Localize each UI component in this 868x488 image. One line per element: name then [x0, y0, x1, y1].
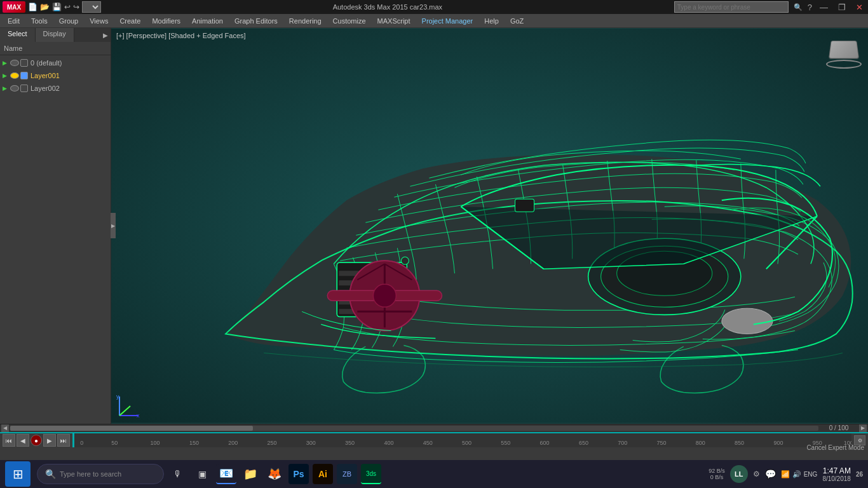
ruler-mark-700: 700 [618, 440, 627, 446]
network-speed: 92 B/s 0 B/s [709, 468, 725, 480]
help-icon[interactable]: ? [808, 3, 812, 12]
ruler-mark-800: 800 [696, 440, 705, 446]
titlebar: MAX 📄 📂 💾 ↩ ↪ Workspace: Default Autodes… [0, 0, 868, 14]
viewport-nav-cube[interactable] [825, 33, 863, 71]
taskbar-illustrator-app[interactable]: Ai [313, 464, 333, 484]
taskbar-firefox-app[interactable]: 🦊 [264, 464, 285, 484]
menu-maxscript[interactable]: MAXScript [372, 14, 416, 27]
taskbar-search[interactable]: 🔍 Type here to search [37, 464, 164, 484]
cancel-expert-mode-button[interactable]: Cancel Expert Mode [806, 444, 864, 451]
sidebar-tabs: Select Display ▶ [0, 28, 111, 42]
layer-list: ▶ 0 (default) ▶ Layer001 ▶ Lay [0, 55, 111, 424]
menu-graph-editors[interactable]: Graph Editors [229, 14, 283, 27]
nav-cube[interactable] [825, 33, 863, 71]
ruler-mark-200: 200 [228, 440, 238, 446]
cortana-button[interactable]: 🎙 [168, 464, 188, 484]
tab-select[interactable]: Select [0, 28, 36, 42]
network-icon[interactable]: 📶 [781, 470, 790, 478]
settings-icon[interactable]: ⚙ [753, 470, 760, 478]
maximize-button[interactable]: ❐ [836, 3, 848, 12]
viewport-scrollbar: ◀ 0 / 100 ▶ [0, 424, 868, 433]
menu-edit[interactable]: Edit [3, 14, 25, 27]
play-button[interactable]: ▶ [43, 434, 56, 447]
taskbar-mail-app[interactable]: 📧 [216, 464, 236, 484]
layer-name: Layer002 [31, 85, 60, 92]
menu-create[interactable]: Create [114, 14, 146, 27]
windows-icon: ⊞ [13, 466, 24, 482]
layer-expand-icon: ▶ [3, 85, 9, 92]
start-button[interactable]: ⊞ [5, 461, 31, 487]
menu-project-manager[interactable]: Project Manager [417, 14, 478, 27]
layer-name: 0 (default) [31, 59, 62, 67]
language-indicator[interactable]: ENG [804, 471, 818, 478]
frame-ruler[interactable]: 0 50 100 150 200 250 300 350 400 450 500… [72, 433, 851, 447]
quick-access-icons[interactable]: 📄 📂 💾 ↩ ↪ [28, 3, 79, 11]
car-wireframe [111, 28, 868, 424]
menu-animation[interactable]: Animation [187, 14, 228, 27]
search-input[interactable] [674, 1, 789, 13]
ruler-mark-300: 300 [306, 440, 316, 446]
ruler-mark-500: 500 [462, 440, 471, 446]
scroll-right-button[interactable]: ▶ [859, 424, 867, 432]
minimize-button[interactable]: — [817, 3, 831, 12]
layer-visibility-icon[interactable] [10, 85, 19, 92]
notification-count[interactable]: 26 [856, 471, 863, 478]
viewport-label: [+] [Perspective] [Shaded + Edged Faces] [116, 32, 246, 39]
menu-modifiers[interactable]: Modifiers [147, 14, 186, 27]
svg-text:y: y [116, 393, 119, 400]
sidebar-collapse-icon[interactable]: ▶ [100, 28, 111, 42]
ruler-mark-550: 550 [501, 440, 510, 446]
menu-tools[interactable]: Tools [26, 14, 53, 27]
layer-expand-icon: ▶ [3, 72, 9, 79]
titlebar-title: Autodesk 3ds Max 2015 car23.max [101, 3, 674, 11]
titlebar-right: 🔍 ? — ❐ ✕ [674, 1, 865, 13]
menu-help[interactable]: Help [479, 14, 504, 27]
list-item[interactable]: ▶ 0 (default) [0, 57, 111, 69]
search-icon[interactable]: 🔍 [794, 3, 803, 11]
ruler-mark-350: 350 [345, 440, 355, 446]
sidebar-header: Name [0, 42, 111, 55]
ruler-mark-600: 600 [540, 440, 550, 446]
scroll-left-button[interactable]: ◀ [1, 424, 9, 432]
menu-customize[interactable]: Customize [328, 14, 371, 27]
taskbar-photoshop-app[interactable]: Ps [288, 464, 309, 484]
layer-box-icon [20, 59, 28, 67]
layer-visibility-icon[interactable] [10, 72, 19, 79]
menu-views[interactable]: Views [85, 14, 113, 27]
volume-icon[interactable]: 🔊 [792, 470, 801, 478]
go-to-end-button[interactable]: ⏭ [57, 434, 70, 447]
svg-point-21 [722, 308, 773, 334]
tab-display[interactable]: Display [36, 28, 74, 42]
viewport[interactable]: [+] [Perspective] [Shaded + Edged Faces] [111, 28, 868, 424]
timeline-counter-display: 0 / 100 [820, 424, 858, 431]
workspace-dropdown[interactable]: Workspace: Default [82, 1, 101, 13]
svg-point-16 [373, 284, 396, 307]
layer-name: Layer001 [31, 72, 60, 79]
scroll-track[interactable] [10, 426, 818, 431]
go-to-start-button[interactable]: ⏮ [3, 434, 15, 447]
menu-group[interactable]: Group [54, 14, 84, 27]
taskbar-zbrush-app[interactable]: ZB [337, 464, 357, 484]
taskbar-systray: 92 B/s 0 B/s LL ⚙ 💬 📶 🔊 ENG 1:47 AM 8/10… [709, 465, 863, 483]
taskbar-3dsmax-app[interactable]: 3ds [361, 464, 381, 484]
close-button[interactable]: ✕ [853, 3, 865, 12]
system-clock[interactable]: 1:47 AM 8/10/2018 [822, 466, 851, 482]
layer-visibility-icon[interactable] [10, 60, 19, 66]
scroll-thumb [10, 426, 253, 431]
ruler-mark-400: 400 [384, 440, 393, 446]
nav-cube-body [829, 41, 859, 58]
list-item[interactable]: ▶ Layer002 [0, 82, 111, 95]
menu-goz[interactable]: GoZ [505, 14, 529, 27]
prev-frame-button[interactable]: ◀ [17, 434, 29, 447]
max-logo[interactable]: MAX [3, 1, 25, 13]
user-avatar[interactable]: LL [730, 465, 748, 483]
search-label: Type here to search [60, 470, 121, 478]
sidebar-expand-handle[interactable]: ▶ [111, 213, 116, 238]
list-item[interactable]: ▶ Layer001 [0, 69, 111, 82]
top-section: Select Display ▶ Name ▶ 0 (default) ▶ [0, 28, 868, 424]
notifications-icon[interactable]: 💬 [765, 469, 776, 479]
menu-rendering[interactable]: Rendering [284, 14, 327, 27]
record-button[interactable]: ● [31, 435, 42, 446]
taskbar-explorer-app[interactable]: 📁 [240, 464, 261, 484]
task-view-button[interactable]: ▣ [192, 464, 212, 484]
